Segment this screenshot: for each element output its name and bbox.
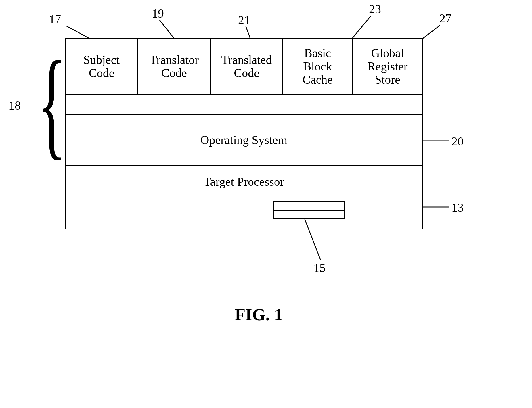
diagram-canvas: Subject Code Translator Code Translated … <box>0 0 532 408</box>
row-operating-system: Operating System <box>65 114 423 166</box>
svg-line-2 <box>246 26 250 38</box>
brace-18: { <box>37 43 66 164</box>
cell-translator-code: Translator Code <box>137 38 211 95</box>
figure-caption: FIG. 1 <box>216 305 302 325</box>
label-basic-block-cache: Basic Block Cache <box>283 47 352 87</box>
ref-21: 21 <box>238 14 250 26</box>
cell-subject-code: Subject Code <box>65 38 138 95</box>
svg-line-1 <box>160 20 174 38</box>
svg-line-3 <box>352 16 371 38</box>
label-global-register-store: Global Register Store <box>353 47 422 87</box>
ref-18: 18 <box>9 99 21 112</box>
ref-20: 20 <box>451 135 464 148</box>
svg-line-0 <box>66 26 89 38</box>
small-register-divider <box>273 210 345 211</box>
label-translator-code: Translator Code <box>138 53 210 80</box>
label-target-processor: Target Processor <box>66 175 422 188</box>
row-target-processor: Target Processor <box>65 166 423 229</box>
ref-17: 17 <box>49 13 61 26</box>
label-translated-code: Translated Code <box>211 53 282 80</box>
ref-19: 19 <box>152 7 164 20</box>
ref-27: 27 <box>439 12 451 25</box>
cell-global-register-store: Global Register Store <box>352 38 423 95</box>
svg-line-4 <box>423 25 440 38</box>
label-subject-code: Subject Code <box>66 53 137 80</box>
ref-15: 15 <box>313 262 326 274</box>
cell-translated-code: Translated Code <box>210 38 283 95</box>
ref-13: 13 <box>451 201 464 214</box>
cell-basic-block-cache: Basic Block Cache <box>282 38 353 95</box>
label-operating-system: Operating System <box>66 133 422 147</box>
ref-23: 23 <box>369 3 381 16</box>
